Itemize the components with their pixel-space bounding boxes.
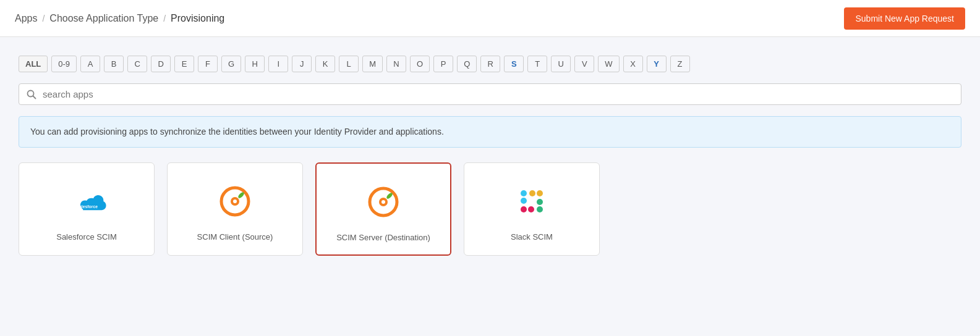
info-banner-text: You can add provisioning apps to synchro…	[30, 127, 444, 136]
alpha-filter-q[interactable]: Q	[457, 56, 477, 72]
app-card-scim-server-destination[interactable]: SCIM Server (Destination)	[315, 162, 451, 256]
submit-new-app-request-button[interactable]: Submit New App Request	[844, 7, 965, 30]
alpha-filter-h[interactable]: H	[245, 56, 265, 72]
alpha-filter-b[interactable]: B	[104, 56, 124, 72]
alpha-filter-o[interactable]: O	[410, 56, 430, 72]
alpha-filter-z[interactable]: Z	[670, 56, 690, 72]
svg-rect-13	[537, 190, 543, 196]
app-card-salesforce-scim[interactable]: salesforce Salesforce SCIM	[19, 162, 155, 256]
alpha-filter-w[interactable]: W	[598, 56, 619, 72]
svg-rect-14	[529, 190, 535, 196]
alpha-filter-u[interactable]: U	[551, 56, 571, 72]
alpha-filter-c[interactable]: C	[127, 56, 147, 72]
alpha-filter-r[interactable]: R	[480, 56, 500, 72]
svg-rect-12	[521, 198, 527, 204]
alpha-filter-v[interactable]: V	[574, 56, 594, 72]
alpha-filter-j[interactable]: J	[292, 56, 312, 72]
alpha-filter-k[interactable]: K	[315, 56, 335, 72]
alpha-filter-f[interactable]: F	[198, 56, 218, 72]
slack-scim-icon	[512, 182, 552, 221]
salesforce-scim-icon: salesforce	[67, 182, 106, 221]
breadcrumb-apps[interactable]: Apps	[15, 13, 37, 24]
search-icon	[27, 90, 36, 99]
search-input[interactable]	[43, 89, 953, 99]
svg-rect-17	[537, 206, 543, 212]
breadcrumb-sep1: /	[42, 14, 45, 23]
breadcrumb-sep2: /	[163, 14, 166, 23]
svg-rect-15	[521, 206, 527, 212]
alpha-filter-l[interactable]: L	[339, 56, 359, 72]
alpha-filter-i[interactable]: I	[268, 56, 288, 72]
svg-rect-11	[521, 190, 527, 196]
salesforce-scim-label: Salesforce SCIM	[56, 232, 117, 242]
alpha-filter-x[interactable]: X	[623, 56, 643, 72]
scim-client-source-icon	[215, 182, 255, 221]
svg-line-1	[33, 96, 36, 98]
alpha-filter-p[interactable]: P	[433, 56, 453, 72]
app-card-slack-scim[interactable]: Slack SCIM	[464, 162, 600, 256]
alpha-filter-all[interactable]: ALL	[19, 56, 48, 72]
svg-rect-18	[537, 199, 543, 205]
app-card-scim-client-source[interactable]: SCIM Client (Source)	[167, 162, 303, 256]
main-content: ALL0-9ABCDEFGHIJKLMNOPQRSTUVWXYZ You can…	[0, 37, 980, 268]
svg-text:salesforce: salesforce	[77, 204, 98, 209]
alpha-filter-t[interactable]: T	[527, 56, 547, 72]
slack-scim-label: Slack SCIM	[511, 232, 553, 242]
alpha-filter-d[interactable]: D	[151, 56, 171, 72]
alpha-filter-a[interactable]: A	[80, 56, 100, 72]
scim-server-destination-icon	[364, 182, 403, 222]
breadcrumb-current: Provisioning	[171, 13, 224, 24]
app-cards-grid: salesforce Salesforce SCIM SCIM Client (…	[19, 162, 961, 256]
svg-point-9	[381, 200, 385, 204]
info-banner: You can add provisioning apps to synchro…	[19, 116, 961, 148]
alpha-filter-e[interactable]: E	[174, 56, 194, 72]
breadcrumb-choose-application-type[interactable]: Choose Application Type	[49, 13, 158, 24]
svg-point-5	[233, 200, 237, 203]
scim-server-destination-label: SCIM Server (Destination)	[336, 233, 430, 242]
alpha-filter-m[interactable]: M	[362, 56, 383, 72]
alpha-filter-y[interactable]: Y	[647, 56, 667, 72]
breadcrumb: Apps / Choose Application Type / Provisi…	[15, 13, 224, 24]
search-container	[19, 83, 961, 105]
alpha-filter-0-9[interactable]: 0-9	[51, 56, 77, 72]
alpha-filter-n[interactable]: N	[386, 56, 406, 72]
alphabet-filter: ALL0-9ABCDEFGHIJKLMNOPQRSTUVWXYZ	[19, 56, 961, 72]
alpha-filter-g[interactable]: G	[221, 56, 241, 72]
svg-rect-16	[528, 206, 534, 212]
header: Apps / Choose Application Type / Provisi…	[0, 0, 980, 37]
scim-client-source-label: SCIM Client (Source)	[197, 232, 273, 242]
alpha-filter-s[interactable]: S	[504, 56, 524, 72]
